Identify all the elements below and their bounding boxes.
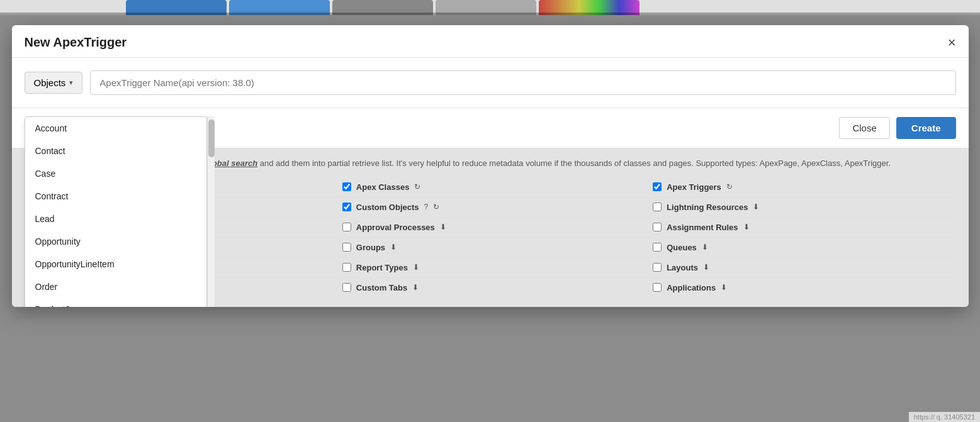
lightning-resources-download-icon[interactable]: ⬇ (753, 203, 759, 211)
lightning-resources-checkbox[interactable] (653, 203, 662, 211)
modal-backdrop: New ApexTrigger × Objects ▾ Close Create… (0, 13, 980, 422)
scrollbar-thumb[interactable] (208, 119, 215, 157)
apex-classes-label: Apex Classes (356, 182, 410, 192)
approval-processes-cell: Approval Processes ⬇ (335, 218, 645, 238)
custom-tabs-cell: Custom Tabs ⬇ (335, 278, 645, 298)
objects-dropdown-button[interactable]: Objects ▾ (25, 72, 83, 94)
groups-cell: Groups ⬇ (335, 238, 645, 258)
groups-label: Groups (356, 243, 385, 252)
objects-label: Objects (34, 77, 66, 88)
groups-download-icon[interactable]: ⬇ (390, 243, 397, 252)
custom-tabs-checkbox[interactable] (342, 283, 351, 292)
approval-processes-label: Approval Processes (356, 223, 435, 232)
custom-objects-label: Custom Objects (356, 203, 419, 212)
report-types-cell: Report Types ⬇ (335, 258, 645, 278)
applications-cell: Applications ⬇ (645, 278, 955, 298)
apex-triggers-label: Apex Triggers (667, 182, 721, 192)
dropdown-item-case[interactable]: Case (25, 162, 206, 185)
chevron-down-icon: ▾ (69, 79, 73, 87)
custom-objects-help-icon[interactable]: ? (424, 203, 429, 211)
modal-body: Objects ▾ (12, 58, 969, 108)
queues-download-icon[interactable]: ⬇ (702, 243, 708, 252)
report-types-download-icon[interactable]: ⬇ (413, 263, 419, 272)
applications-label: Applications (667, 283, 716, 292)
create-button[interactable]: Create (896, 117, 956, 139)
modal-dialog: New ApexTrigger × Objects ▾ Close Create… (12, 25, 969, 307)
layouts-download-icon[interactable]: ⬇ (703, 263, 709, 272)
dropdown-item-opportunitylineitem[interactable]: OpportunityLineItem (25, 253, 206, 275)
assignment-rules-download-icon[interactable]: ⬇ (743, 223, 750, 231)
info-suffix: and add them into partial retrieve list.… (260, 158, 891, 168)
status-url: https:// (914, 413, 935, 421)
objects-dropdown: Account Contact Case Contract Lead Oppor… (25, 116, 215, 307)
dropdown-item-contact[interactable]: Contact (25, 140, 206, 162)
modal-title: New ApexTrigger (25, 35, 127, 50)
dropdown-item-lead[interactable]: Lead (25, 208, 206, 230)
custom-tabs-download-icon[interactable]: ⬇ (412, 283, 419, 292)
dropdown-list: Account Contact Case Contract Lead Oppor… (25, 116, 207, 307)
queues-cell: Queues ⬇ (645, 238, 955, 258)
dropdown-scrollbar[interactable] (207, 116, 215, 307)
assignment-rules-checkbox[interactable] (653, 223, 662, 231)
layouts-cell: Layouts ⬇ (645, 258, 955, 278)
apex-triggers-cell: Apex Triggers ↻ (645, 177, 955, 197)
status-bar: https:// q. 31405321 (909, 412, 980, 422)
dropdown-item-opportunity[interactable]: Opportunity (25, 230, 206, 253)
queues-label: Queues (667, 243, 697, 252)
apex-classes-refresh-icon[interactable]: ↻ (414, 182, 420, 191)
dropdown-item-contract[interactable]: Contract (25, 185, 206, 208)
custom-objects-cell: Custom Objects ? ↻ (335, 197, 645, 218)
dropdown-item-product2[interactable]: Product2 (25, 298, 206, 307)
lightning-resources-label: Lightning Resources (667, 203, 748, 212)
applications-download-icon[interactable]: ⬇ (721, 283, 727, 292)
dropdown-item-account[interactable]: Account (25, 117, 206, 140)
apex-classes-cell: Apex Classes ↻ (335, 177, 645, 197)
close-button[interactable]: Close (839, 117, 889, 139)
approval-processes-download-icon[interactable]: ⬇ (440, 223, 446, 231)
layouts-label: Layouts (667, 263, 698, 272)
custom-objects-checkbox[interactable] (342, 203, 351, 211)
applications-checkbox[interactable] (653, 283, 662, 292)
groups-checkbox[interactable] (342, 243, 351, 252)
assignment-rules-label: Assignment Rules (667, 223, 738, 232)
custom-tabs-label: Custom Tabs (356, 283, 407, 292)
custom-objects-refresh-icon[interactable]: ↻ (433, 203, 439, 211)
apex-classes-checkbox[interactable] (342, 182, 351, 191)
queues-checkbox[interactable] (653, 243, 662, 252)
modal-close-x-button[interactable]: × (948, 36, 956, 50)
apex-trigger-name-input[interactable] (90, 70, 955, 95)
report-types-label: Report Types (356, 263, 408, 272)
dropdown-list-inner: Account Contact Case Contract Lead Oppor… (25, 117, 206, 307)
modal-header: New ApexTrigger × (12, 25, 969, 58)
layouts-checkbox[interactable] (653, 263, 662, 272)
report-types-checkbox[interactable] (342, 263, 351, 272)
approval-processes-checkbox[interactable] (342, 223, 351, 231)
apex-triggers-refresh-icon[interactable]: ↻ (726, 182, 733, 191)
assignment-rules-cell: Assignment Rules ⬇ (645, 218, 955, 238)
apex-triggers-checkbox[interactable] (653, 182, 662, 191)
dropdown-item-order[interactable]: Order (25, 275, 206, 298)
lightning-resources-cell: Lightning Resources ⬇ (645, 197, 955, 218)
status-code: q. 31405321 (937, 413, 975, 421)
